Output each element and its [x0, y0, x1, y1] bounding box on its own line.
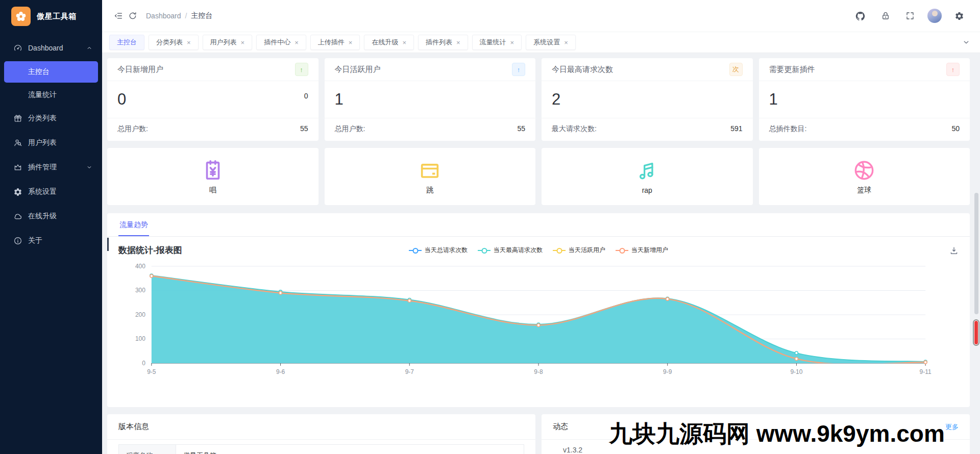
tab-上传插件[interactable]: 上传插件× [310, 35, 360, 50]
icon-card-row: 唱跳rap篮球 [107, 148, 970, 205]
svg-text:9-7: 9-7 [405, 368, 414, 375]
tab-close-icon[interactable]: × [241, 39, 245, 46]
breadcrumb-root[interactable]: Dashboard [146, 12, 181, 20]
bottom-row: 版本信息 程序名称傲星工具箱 动态 更多 v1.3.2 [107, 414, 970, 454]
chart-title: 数据统计-报表图 [118, 244, 182, 256]
page-content: 今日新增用户↑00总用户数:55今日活跃用户↑1总用户数:55今日最高请求次数次… [102, 53, 980, 454]
tab-close-icon[interactable]: × [402, 39, 406, 46]
sidebar-item-关于[interactable]: 关于 [0, 229, 102, 253]
tab-label: 上传插件 [318, 38, 345, 47]
sidebar-item-插件管理[interactable]: 插件管理 [0, 155, 102, 180]
collapse-sidebar-icon[interactable] [111, 9, 126, 23]
logo-flower-icon [11, 7, 31, 26]
icon-card-跳[interactable]: 跳 [325, 148, 536, 205]
version-row-value[interactable]: 傲星工具箱 [176, 445, 524, 454]
svg-text:9-9: 9-9 [663, 368, 672, 375]
svg-text:9-8: 9-8 [534, 368, 543, 375]
tab-close-icon[interactable]: × [295, 39, 299, 46]
sidebar-subitem-流量统计[interactable]: 流量统计 [0, 84, 102, 106]
tab-close-icon[interactable]: × [510, 39, 514, 46]
stat-footer-label: 总用户数: [335, 124, 365, 134]
activity-card-title: 动态 [553, 422, 568, 432]
sidebar-item-分类列表[interactable]: 分类列表 [0, 106, 102, 131]
red-scroll-indicator-fill [974, 321, 978, 344]
stat-card-title: 今日最高请求次数 [552, 65, 613, 74]
sidebar-item-用户列表[interactable]: 用户列表 [0, 131, 102, 155]
red-scroll-indicator[interactable] [973, 319, 979, 346]
stat-badge-warning: 次 [729, 63, 743, 76]
sidebar-item-Dashboard[interactable]: Dashboard [0, 36, 102, 60]
more-link[interactable]: 更多 [945, 422, 959, 432]
icon-card-唱[interactable]: 唱 [107, 148, 318, 205]
sidebar-item-label: 系统设置 [28, 187, 57, 196]
refresh-icon[interactable] [126, 9, 140, 23]
breadcrumb-separator: / [185, 12, 187, 20]
svg-text:9-10: 9-10 [790, 368, 802, 375]
stat-footer-value: 55 [300, 124, 308, 134]
fullscreen-icon[interactable] [903, 9, 917, 23]
tab-系统设置[interactable]: 系统设置× [526, 35, 576, 50]
stat-card-header: 今日活跃用户↑ [325, 58, 536, 81]
stat-card-header: 今日最高请求次数次 [542, 58, 753, 81]
tab-流量统计[interactable]: 流量统计× [472, 35, 522, 50]
tab-label: 用户列表 [210, 38, 237, 47]
svg-text:300: 300 [135, 287, 145, 294]
tab-close-icon[interactable]: × [187, 39, 191, 46]
legend-item-当天总请求次数[interactable]: 当天总请求次数 [409, 246, 468, 255]
tab-主控台[interactable]: 主控台 [109, 35, 144, 50]
stat-card-今日新增用户: 今日新增用户↑00总用户数:55 [107, 58, 318, 141]
music-icon [635, 159, 659, 183]
sidebar-subitem-主控台[interactable]: 主控台 [4, 61, 98, 83]
logo[interactable]: 傲星工具箱 [0, 0, 102, 33]
stat-card-header: 今日新增用户↑ [107, 58, 318, 81]
stat-footer-label: 总用户数: [117, 124, 148, 134]
tab-插件中心[interactable]: 插件中心× [256, 35, 306, 50]
lock-icon[interactable] [878, 9, 893, 23]
activity-list: v1.3.2 [542, 440, 970, 454]
github-icon[interactable] [852, 8, 868, 24]
legend-item-当天活跃用户[interactable]: 当天活跃用户 [553, 246, 605, 255]
tab-用户列表[interactable]: 用户列表× [203, 35, 253, 50]
tab-分类列表[interactable]: 分类列表× [149, 35, 199, 50]
stat-card-footer: 总用户数:55 [325, 118, 536, 140]
sidebar-item-在线升级[interactable]: 在线升级 [0, 204, 102, 229]
tab-label: 插件列表 [426, 38, 452, 47]
tab-插件列表[interactable]: 插件列表× [418, 35, 468, 50]
tab-在线升级[interactable]: 在线升级× [364, 35, 414, 50]
sidebar-item-系统设置[interactable]: 系统设置 [0, 180, 102, 204]
stat-card-footer: 总用户数:55 [107, 118, 318, 140]
icon-card-rap[interactable]: rap [542, 148, 753, 205]
svg-text:9-6: 9-6 [276, 368, 285, 375]
version-row-label: 程序名称 [119, 445, 176, 454]
dashboard-icon [13, 43, 22, 53]
tab-label: 系统设置 [533, 38, 560, 47]
settings-gear-icon[interactable] [952, 9, 967, 23]
stat-footer-label: 最大请求次数: [552, 124, 597, 134]
icon-card-label: rap [642, 186, 652, 194]
legend-marker [616, 250, 628, 251]
traffic-card-tabs: 流量趋势 [107, 213, 970, 237]
stat-badge-danger: ↑ [946, 63, 960, 76]
postcard-icon [418, 159, 442, 182]
tab-close-icon[interactable]: × [349, 39, 353, 46]
sidebar: 傲星工具箱 Dashboard主控台流量统计分类列表用户列表插件管理系统设置在线… [0, 0, 102, 454]
tab-overflow-chevron-down-icon[interactable] [960, 36, 973, 49]
legend-item-当天最高请求次数[interactable]: 当天最高请求次数 [478, 246, 543, 255]
legend-marker [553, 250, 566, 251]
tab-list: 主控台分类列表×用户列表×插件中心×上传插件×在线升级×插件列表×流量统计×系统… [109, 35, 576, 50]
tab-traffic-trend[interactable]: 流量趋势 [118, 214, 149, 236]
download-icon[interactable] [949, 246, 959, 255]
legend-item-当天新增用户[interactable]: 当天新增用户 [616, 246, 668, 255]
tab-close-icon[interactable]: × [456, 39, 460, 46]
stat-footer-value: 591 [730, 124, 742, 134]
gear-icon [13, 187, 22, 196]
avatar[interactable] [927, 9, 942, 23]
tab-close-icon[interactable]: × [564, 39, 568, 46]
stat-value: 0 [117, 90, 126, 109]
topbar: Dashboard / 主控台 [102, 0, 980, 32]
tab-label: 主控台 [117, 38, 137, 47]
scrollbar-thumb[interactable] [974, 193, 978, 314]
breadcrumb-current: 主控台 [191, 11, 212, 20]
activity-card: 动态 更多 v1.3.2 [542, 414, 970, 454]
icon-card-篮球[interactable]: 篮球 [759, 148, 970, 205]
